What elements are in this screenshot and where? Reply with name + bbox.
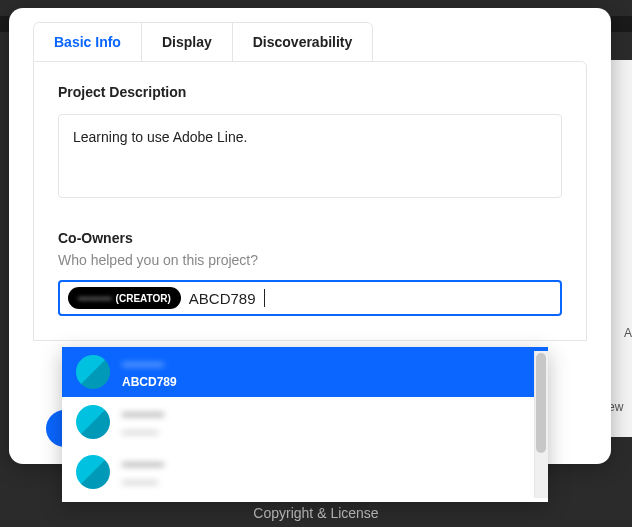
tab-display[interactable]: Display	[142, 23, 233, 61]
tab-discoverability[interactable]: Discoverability	[233, 23, 373, 61]
suggestion-sub: ABCD789	[122, 375, 177, 389]
creator-chip-role: (CREATOR)	[116, 293, 171, 304]
description-input[interactable]	[58, 114, 562, 198]
coowners-label: Co-Owners	[58, 230, 562, 246]
text-caret	[264, 289, 265, 307]
suggestion-sub: ———	[122, 425, 164, 439]
coowners-sublabel: Who helped you on this project?	[58, 252, 562, 268]
description-label: Project Description	[58, 84, 562, 100]
creator-chip-name: ———	[78, 292, 112, 304]
footer-copyright: Copyright & License	[0, 505, 632, 521]
bg-fragment-1: A	[624, 326, 632, 340]
dropdown-scrollbar[interactable]	[534, 351, 548, 498]
coowners-suggestions-dropdown: ——— ABCD789 ——— ——— ——— ———	[62, 347, 548, 502]
basic-info-panel: Project Description Co-Owners Who helped…	[33, 61, 587, 341]
creator-chip[interactable]: ——— (CREATOR)	[68, 287, 181, 309]
avatar-icon	[76, 355, 110, 389]
coowners-text-input[interactable]: ABCD789	[189, 290, 256, 307]
scrollbar-thumb[interactable]	[536, 353, 546, 453]
avatar-icon	[76, 455, 110, 489]
suggestion-name: ———	[122, 406, 164, 422]
suggestion-texts: ——— ———	[122, 456, 164, 489]
coowners-input-wrap[interactable]: ——— (CREATOR) ABCD789	[58, 280, 562, 316]
suggestion-item[interactable]: ——— ABCD789	[62, 347, 548, 397]
suggestion-name: ———	[122, 456, 164, 472]
suggestion-sub: ———	[122, 475, 164, 489]
suggestion-name: ———	[122, 356, 177, 372]
tab-basic-info[interactable]: Basic Info	[34, 23, 142, 61]
suggestion-texts: ——— ———	[122, 406, 164, 439]
modal-tabs: Basic Info Display Discoverability	[33, 22, 373, 62]
suggestion-item[interactable]: ——— ———	[62, 447, 548, 497]
avatar-icon	[76, 405, 110, 439]
suggestion-texts: ——— ABCD789	[122, 356, 177, 389]
suggestion-item[interactable]: ——— ———	[62, 397, 548, 447]
